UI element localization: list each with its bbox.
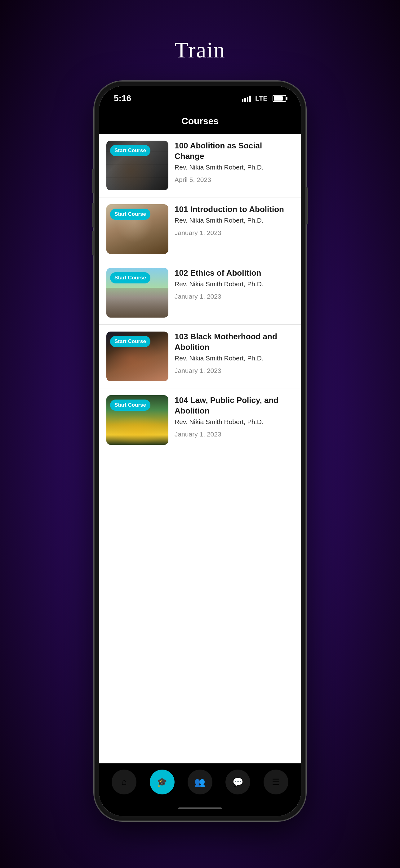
menu-icon: ☰ xyxy=(272,777,280,787)
course-title-100: 100 Abolition as Social Change xyxy=(174,141,294,162)
course-item-104[interactable]: Start Course 104 Law, Public Policy, and… xyxy=(99,389,301,452)
course-date-100: April 5, 2023 xyxy=(174,176,294,183)
course-item-103[interactable]: Start Course 103 Black Motherhood and Ab… xyxy=(99,325,301,389)
battery-icon xyxy=(272,95,286,102)
course-info-102: 102 Ethics of Abolition Rev. Nikia Smith… xyxy=(174,268,294,300)
course-instructor-103: Rev. Nikia Smith Robert, Ph.D. xyxy=(174,354,294,362)
course-thumbnail-100[interactable]: Start Course xyxy=(106,141,168,190)
course-thumbnail-104[interactable]: Start Course xyxy=(106,395,168,445)
course-item-102[interactable]: Start Course 102 Ethics of Abolition Rev… xyxy=(99,261,301,325)
course-title-104: 104 Law, Public Policy, and Abolition xyxy=(174,395,294,416)
nav-menu[interactable]: ☰ xyxy=(264,770,288,795)
nav-home[interactable]: ⌂ xyxy=(112,770,136,795)
home-bar xyxy=(178,807,222,809)
community-icon: 👥 xyxy=(194,777,205,787)
course-info-101: 101 Introduction to Abolition Rev. Nikia… xyxy=(174,204,294,237)
app-header: Courses xyxy=(99,111,301,134)
bottom-nav: ⌂ 🎓 👥 💬 ☰ xyxy=(99,764,301,801)
course-instructor-102: Rev. Nikia Smith Robert, Ph.D. xyxy=(174,280,294,288)
course-thumbnail-102[interactable]: Start Course xyxy=(106,268,168,318)
course-info-103: 103 Black Motherhood and Abolition Rev. … xyxy=(174,332,294,374)
nav-chat[interactable]: 💬 xyxy=(226,770,250,795)
start-course-badge-102[interactable]: Start Course xyxy=(110,272,151,283)
course-thumbnail-101[interactable]: Start Course xyxy=(106,204,168,254)
phone-frame: 5:16 LTE Courses xyxy=(95,82,305,820)
chat-icon: 💬 xyxy=(233,777,243,787)
status-time: 5:16 xyxy=(114,93,131,103)
nav-community[interactable]: 👥 xyxy=(188,770,212,795)
start-course-badge-101[interactable]: Start Course xyxy=(110,209,151,220)
course-item-100[interactable]: Start Course 100 Abolition as Social Cha… xyxy=(99,134,301,197)
start-course-badge-103[interactable]: Start Course xyxy=(110,336,151,347)
course-title-102: 102 Ethics of Abolition xyxy=(174,268,294,278)
courses-header-title: Courses xyxy=(181,116,219,126)
start-course-badge-100[interactable]: Start Course xyxy=(110,145,151,156)
course-info-104: 104 Law, Public Policy, and Abolition Re… xyxy=(174,395,294,438)
course-date-104: January 1, 2023 xyxy=(174,431,294,438)
course-title-103: 103 Black Motherhood and Abolition xyxy=(174,332,294,353)
status-bar: 5:16 LTE xyxy=(99,86,301,111)
course-item-101[interactable]: Start Course 101 Introduction to Aboliti… xyxy=(99,197,301,261)
course-instructor-104: Rev. Nikia Smith Robert, Ph.D. xyxy=(174,418,294,426)
nav-train[interactable]: 🎓 xyxy=(150,770,174,795)
courses-list[interactable]: Start Course 100 Abolition as Social Cha… xyxy=(99,134,301,764)
phone-screen: 5:16 LTE Courses xyxy=(99,86,301,816)
course-instructor-101: Rev. Nikia Smith Robert, Ph.D. xyxy=(174,217,294,224)
page-background-title: Train xyxy=(174,37,225,63)
train-icon: 🎓 xyxy=(157,777,167,787)
lte-label: LTE xyxy=(255,94,268,102)
course-title-101: 101 Introduction to Abolition xyxy=(174,204,294,215)
course-info-100: 100 Abolition as Social Change Rev. Niki… xyxy=(174,141,294,183)
start-course-badge-104[interactable]: Start Course xyxy=(110,400,151,411)
home-indicator xyxy=(99,801,301,816)
course-thumbnail-103[interactable]: Start Course xyxy=(106,332,168,381)
status-icons: LTE xyxy=(242,94,286,102)
course-date-102: January 1, 2023 xyxy=(174,293,294,300)
course-date-103: January 1, 2023 xyxy=(174,367,294,374)
signal-icon xyxy=(242,95,251,102)
course-instructor-100: Rev. Nikia Smith Robert, Ph.D. xyxy=(174,164,294,171)
course-date-101: January 1, 2023 xyxy=(174,229,294,237)
home-icon: ⌂ xyxy=(122,777,127,787)
